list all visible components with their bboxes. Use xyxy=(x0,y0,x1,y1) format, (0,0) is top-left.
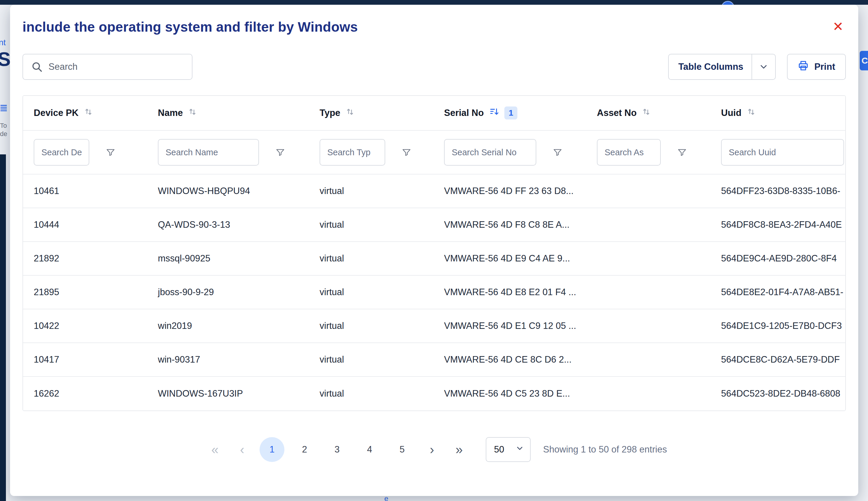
modal-header: include the operating system and filter … xyxy=(10,5,858,35)
filter-funnel-icon[interactable] xyxy=(275,148,285,157)
column-header-asset-no[interactable]: Asset No xyxy=(586,107,710,119)
filter-cell-device-pk xyxy=(23,139,147,166)
page-button-4[interactable]: 4 xyxy=(357,437,382,462)
page-button-2[interactable]: 2 xyxy=(292,437,317,462)
toolbar: Table Columns Print xyxy=(22,54,846,80)
filter-cell-serial-no xyxy=(433,139,586,166)
cell-type: virtual xyxy=(309,220,433,230)
sort-order-badge: 1 xyxy=(504,106,517,119)
column-label: Asset No xyxy=(597,108,637,118)
cell-name: win-90317 xyxy=(147,354,309,365)
filter-input-name[interactable] xyxy=(158,139,259,166)
cell-uuid: 564DE9C4-AE9D-280C-8F4 xyxy=(710,253,845,264)
pagination: « ‹ 12345 › » 50 Showing 1 to 50 of 298 … xyxy=(10,437,858,462)
filter-input-device-pk[interactable] xyxy=(34,139,89,166)
table-header-row: Device PK Name Type Serial No xyxy=(23,96,845,131)
cell-serial-no: VMWARE-56 4D FF 23 63 D8... xyxy=(433,186,586,196)
cell-type: virtual xyxy=(309,321,433,331)
cell-device-pk: 10461 xyxy=(23,186,147,196)
cell-name: WINDOWS-167U3IP xyxy=(147,388,309,399)
page-button-5[interactable]: 5 xyxy=(390,437,414,462)
column-label: Uuid xyxy=(721,108,741,118)
table-row[interactable]: 10461 WINDOWS-HBQPU94 virtual VMWARE-56 … xyxy=(23,174,845,208)
next-page-button[interactable]: › xyxy=(418,443,446,456)
background-button-fragment: C xyxy=(860,51,868,71)
sort-icon xyxy=(747,107,756,119)
filter-input-uuid[interactable] xyxy=(721,139,844,166)
background-text-fragment: To xyxy=(0,122,7,129)
sort-icon xyxy=(642,107,651,119)
table-row[interactable]: 10417 win-90317 virtual VMWARE-56 4D CE … xyxy=(23,343,845,377)
device-table: Device PK Name Type Serial No xyxy=(22,95,846,411)
column-label: Device PK xyxy=(34,108,79,118)
cell-type: virtual xyxy=(309,186,433,196)
column-label: Name xyxy=(158,108,183,118)
cell-device-pk: 16262 xyxy=(23,388,147,399)
filter-cell-type xyxy=(309,139,433,166)
cell-name: QA-WDS-90-3-13 xyxy=(147,220,309,230)
column-header-serial-no[interactable]: Serial No 1 xyxy=(433,106,586,119)
page-button-3[interactable]: 3 xyxy=(325,437,349,462)
print-icon xyxy=(798,60,809,74)
table-row[interactable]: 21895 jboss-90-9-29 virtual VMWARE-56 4D… xyxy=(23,276,845,309)
page-size-value: 50 xyxy=(494,444,504,455)
page-size-select[interactable]: 50 xyxy=(486,437,531,462)
cell-name: mssql-90925 xyxy=(147,253,309,264)
toolbar-actions: Table Columns Print xyxy=(668,54,846,80)
previous-page-button[interactable]: ‹ xyxy=(229,443,256,456)
filter-funnel-icon[interactable] xyxy=(553,148,562,157)
sort-icon xyxy=(84,107,93,119)
background-button-label: C xyxy=(861,56,868,66)
first-page-button[interactable]: « xyxy=(201,443,229,456)
filter-input-serial-no[interactable] xyxy=(444,139,536,166)
last-page-button[interactable]: » xyxy=(446,443,473,456)
cell-uuid: 564DF8C8-8EA3-2FD4-A40E xyxy=(710,220,845,230)
column-label: Serial No xyxy=(444,108,484,118)
print-button[interactable]: Print xyxy=(787,54,846,80)
cell-serial-no: VMWARE-56 4D E9 C4 AE 9... xyxy=(433,253,586,264)
cell-uuid: 564DE1C9-1205-E7B0-DCF3 xyxy=(710,321,845,331)
cell-type: virtual xyxy=(309,354,433,365)
column-label: Type xyxy=(319,108,340,118)
column-header-uuid[interactable]: Uuid xyxy=(710,107,845,119)
filter-funnel-icon[interactable] xyxy=(106,148,115,157)
device-list-modal: include the operating system and filter … xyxy=(10,5,858,496)
table-columns-button[interactable]: Table Columns xyxy=(668,54,776,80)
table-row[interactable]: 16262 WINDOWS-167U3IP virtual VMWARE-56 … xyxy=(23,377,845,411)
cell-device-pk: 10444 xyxy=(23,220,147,230)
filter-cell-asset-no xyxy=(586,139,710,166)
column-header-type[interactable]: Type xyxy=(309,107,433,119)
cell-uuid: 564DC523-8DE2-DB48-6808 xyxy=(710,388,845,399)
close-button[interactable]: ✕ xyxy=(831,19,845,34)
background-heading-fragment: S xyxy=(0,48,11,71)
cell-type: virtual xyxy=(309,388,433,399)
left-sidebar-fragment xyxy=(0,154,6,501)
pagination-info: Showing 1 to 50 of 298 entries xyxy=(543,444,667,455)
chevron-down-icon xyxy=(752,62,775,72)
column-header-device-pk[interactable]: Device PK xyxy=(23,107,147,119)
cell-serial-no: VMWARE-56 4D F8 C8 8E A... xyxy=(433,220,586,230)
table-row[interactable]: 21892 mssql-90925 virtual VMWARE-56 4D E… xyxy=(23,242,845,276)
cell-serial-no: VMWARE-56 4D C5 23 8D E... xyxy=(433,388,586,399)
filter-funnel-icon[interactable] xyxy=(402,148,411,157)
cell-type: virtual xyxy=(309,253,433,264)
cell-device-pk: 21895 xyxy=(23,287,147,298)
page-button-1[interactable]: 1 xyxy=(260,437,284,462)
filter-input-asset-no[interactable] xyxy=(597,139,661,166)
column-header-name[interactable]: Name xyxy=(147,107,309,119)
pagination-pages: 12345 xyxy=(256,437,418,462)
background-text-fragment: nt xyxy=(0,38,6,47)
global-search xyxy=(22,54,193,80)
cell-device-pk: 21892 xyxy=(23,253,147,264)
filter-funnel-icon[interactable] xyxy=(677,148,687,157)
sort-icon xyxy=(346,107,355,119)
search-input[interactable] xyxy=(22,54,193,80)
filter-cell-uuid xyxy=(710,139,845,166)
table-filter-row xyxy=(23,131,845,174)
cell-uuid: 564DCE8C-D62A-5E79-DDF xyxy=(710,354,845,365)
table-row[interactable]: 10422 win2019 virtual VMWARE-56 4D E1 C9… xyxy=(23,309,845,343)
table-columns-label: Table Columns xyxy=(669,62,751,72)
table-row[interactable]: 10444 QA-WDS-90-3-13 virtual VMWARE-56 4… xyxy=(23,208,845,242)
sort-icon xyxy=(188,107,197,119)
filter-input-type[interactable] xyxy=(319,139,385,166)
